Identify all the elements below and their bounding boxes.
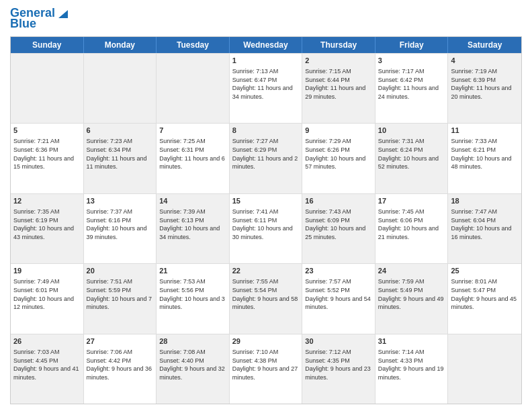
week-row-3: 12Sunrise: 7:35 AMSunset: 6:19 PMDayligh…: [11, 193, 521, 263]
week-row-2: 5Sunrise: 7:21 AMSunset: 6:36 PMDaylight…: [11, 123, 521, 193]
cell-text: Sunrise: 7:59 AM: [378, 277, 445, 286]
cal-cell-3-2: 13Sunrise: 7:37 AMSunset: 6:16 PMDayligh…: [84, 194, 157, 263]
cell-text: Sunset: 6:34 PM: [87, 146, 154, 154]
cell-text: Sunset: 6:11 PM: [232, 216, 300, 225]
cal-cell-4-2: 20Sunrise: 7:51 AMSunset: 5:59 PMDayligh…: [84, 264, 157, 333]
cell-text: Daylight: 10 hours and 48 minutes.: [451, 154, 519, 171]
cell-text: Daylight: 11 hours and 2 minutes.: [232, 154, 300, 171]
day-number: 9: [305, 126, 372, 136]
cell-text: Sunset: 4:40 PM: [159, 357, 226, 365]
cell-text: Sunrise: 7:43 AM: [305, 208, 372, 216]
cell-text: Daylight: 11 hours and 34 minutes.: [232, 84, 300, 101]
cell-text: Daylight: 9 hours and 49 minutes.: [378, 295, 445, 312]
cell-text: Sunset: 6:21 PM: [451, 146, 519, 154]
cell-text: Sunrise: 7:39 AM: [159, 208, 226, 216]
svg-marker-0: [58, 10, 68, 18]
day-number: 19: [13, 266, 81, 276]
cell-text: Sunset: 6:26 PM: [305, 146, 372, 154]
cell-text: Sunset: 5:49 PM: [378, 286, 445, 295]
day-header-tuesday: Tuesday: [157, 37, 230, 53]
cell-text: Sunrise: 7:23 AM: [87, 137, 154, 146]
day-header-sunday: Sunday: [11, 37, 84, 53]
cell-text: Sunrise: 7:55 AM: [232, 277, 300, 286]
cal-cell-3-6: 17Sunrise: 7:45 AMSunset: 6:06 PMDayligh…: [375, 194, 449, 263]
cal-cell-4-3: 21Sunrise: 7:53 AMSunset: 5:56 PMDayligh…: [157, 264, 230, 333]
cell-text: Sunrise: 7:51 AM: [87, 277, 154, 286]
cal-cell-1-5: 2Sunrise: 7:15 AMSunset: 6:44 PMDaylight…: [302, 54, 375, 123]
day-number: 25: [451, 266, 519, 276]
cal-cell-3-3: 14Sunrise: 7:39 AMSunset: 6:13 PMDayligh…: [157, 194, 230, 263]
cell-text: Daylight: 9 hours and 32 minutes.: [159, 365, 226, 381]
cell-text: Sunset: 6:42 PM: [378, 76, 445, 85]
cal-cell-4-1: 19Sunrise: 7:49 AMSunset: 6:01 PMDayligh…: [11, 264, 84, 333]
cell-text: Daylight: 10 hours and 43 minutes.: [13, 224, 81, 241]
cell-text: Sunset: 6:29 PM: [232, 146, 300, 154]
day-number: 15: [232, 196, 300, 206]
day-number: 20: [87, 266, 154, 276]
cell-text: Sunset: 4:33 PM: [378, 357, 445, 365]
calendar-body: 1Sunrise: 7:13 AMSunset: 6:47 PMDaylight…: [11, 53, 521, 404]
day-header-thursday: Thursday: [302, 37, 375, 53]
cell-text: Daylight: 11 hours and 11 minutes.: [87, 154, 154, 171]
day-header-saturday: Saturday: [448, 37, 521, 53]
cell-text: Sunrise: 7:49 AM: [13, 277, 81, 286]
cell-text: Sunset: 6:36 PM: [13, 146, 81, 154]
cell-text: Sunrise: 7:33 AM: [451, 137, 519, 146]
day-number: 4: [451, 56, 519, 66]
cell-text: Sunrise: 7:10 AM: [232, 348, 300, 357]
cell-text: Sunrise: 7:03 AM: [13, 348, 81, 357]
cell-text: Daylight: 9 hours and 27 minutes.: [232, 365, 300, 381]
cell-text: Sunrise: 7:14 AM: [378, 348, 445, 357]
cell-text: Sunrise: 7:35 AM: [13, 208, 81, 216]
cal-cell-3-5: 16Sunrise: 7:43 AMSunset: 6:09 PMDayligh…: [302, 194, 375, 263]
cal-cell-1-1: [11, 54, 84, 123]
cal-cell-3-4: 15Sunrise: 7:41 AMSunset: 6:11 PMDayligh…: [230, 194, 303, 263]
cal-cell-2-2: 6Sunrise: 7:23 AMSunset: 6:34 PMDaylight…: [84, 124, 157, 193]
cell-text: Sunrise: 7:27 AM: [232, 137, 300, 146]
cell-text: Daylight: 10 hours and 25 minutes.: [305, 224, 372, 241]
cell-text: Daylight: 9 hours and 58 minutes.: [232, 295, 300, 312]
cell-text: Sunset: 4:35 PM: [305, 357, 372, 365]
cell-text: Sunset: 5:59 PM: [87, 286, 154, 295]
cell-text: Sunset: 4:38 PM: [232, 357, 300, 365]
cell-text: Sunrise: 7:06 AM: [87, 348, 154, 357]
cal-cell-2-7: 11Sunrise: 7:33 AMSunset: 6:21 PMDayligh…: [448, 124, 521, 193]
cal-cell-4-6: 24Sunrise: 7:59 AMSunset: 5:49 PMDayligh…: [375, 264, 449, 333]
day-number: 29: [232, 336, 300, 347]
day-number: 27: [87, 336, 154, 347]
cal-cell-2-3: 7Sunrise: 7:25 AMSunset: 6:31 PMDaylight…: [157, 124, 230, 193]
cell-text: Sunset: 6:04 PM: [451, 216, 519, 225]
calendar-header: SundayMondayTuesdayWednesdayThursdayFrid…: [11, 37, 521, 53]
cell-text: Sunset: 6:01 PM: [13, 286, 81, 295]
week-row-1: 1Sunrise: 7:13 AMSunset: 6:47 PMDaylight…: [11, 53, 521, 123]
cell-text: Daylight: 9 hours and 36 minutes.: [87, 365, 154, 381]
day-number: 16: [305, 196, 372, 206]
cal-cell-2-4: 8Sunrise: 7:27 AMSunset: 6:29 PMDaylight…: [230, 124, 303, 193]
cal-cell-1-4: 1Sunrise: 7:13 AMSunset: 6:47 PMDaylight…: [230, 54, 303, 123]
cell-text: Sunrise: 7:17 AM: [378, 67, 445, 76]
cell-text: Daylight: 10 hours and 7 minutes.: [87, 295, 154, 312]
cell-text: Sunrise: 7:47 AM: [451, 208, 519, 216]
day-number: 31: [378, 336, 445, 347]
cell-text: Sunset: 5:54 PM: [232, 286, 300, 295]
cal-cell-2-5: 9Sunrise: 7:29 AMSunset: 6:26 PMDaylight…: [302, 124, 375, 193]
day-number: 2: [305, 56, 372, 66]
cell-text: Sunrise: 8:01 AM: [451, 277, 519, 286]
cell-text: Sunset: 5:47 PM: [451, 286, 519, 295]
day-number: 1: [232, 56, 300, 66]
day-number: 7: [159, 126, 226, 136]
cell-text: Sunrise: 7:29 AM: [305, 137, 372, 146]
day-number: 10: [378, 126, 445, 136]
cell-text: Sunrise: 7:21 AM: [13, 137, 81, 146]
cell-text: Sunrise: 7:53 AM: [159, 277, 226, 286]
cell-text: Sunset: 6:47 PM: [232, 76, 300, 85]
calendar: SundayMondayTuesdayWednesdayThursdayFrid…: [10, 36, 522, 404]
day-number: 11: [451, 126, 519, 136]
day-header-monday: Monday: [84, 37, 157, 53]
cal-cell-5-5: 30Sunrise: 7:12 AMSunset: 4:35 PMDayligh…: [302, 334, 375, 404]
day-number: 28: [159, 336, 226, 347]
cell-text: Daylight: 10 hours and 57 minutes.: [305, 154, 372, 171]
day-number: 18: [451, 196, 519, 206]
day-number: 6: [87, 126, 154, 136]
cell-text: Daylight: 11 hours and 29 minutes.: [305, 84, 372, 101]
